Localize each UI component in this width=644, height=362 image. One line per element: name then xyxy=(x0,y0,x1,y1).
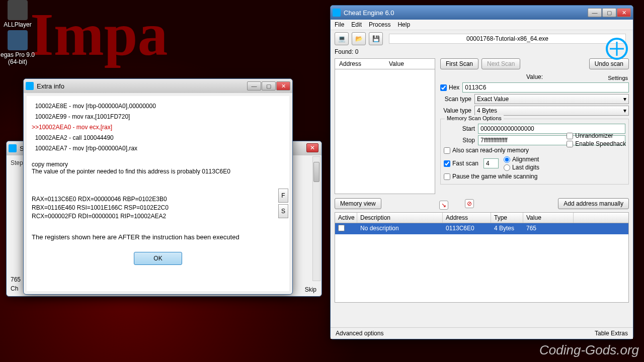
scrollbar-thumb[interactable] xyxy=(313,162,319,182)
next-scan-button[interactable]: Next Scan xyxy=(481,58,520,69)
lastdigits-radio[interactable] xyxy=(504,164,510,171)
extra-info-window: Extra info — ▢ ✕ 10002AE8E - mov [rbp-00… xyxy=(23,78,293,295)
app-icon xyxy=(8,0,28,20)
col-address[interactable]: Address xyxy=(443,213,491,223)
desktop-icon-allplayer[interactable]: ALLPlayer xyxy=(0,0,35,28)
skip-button[interactable]: Skip xyxy=(305,286,316,293)
pause-label: Pause the game while scanning xyxy=(452,173,537,180)
speedhack-label: Enable Speedhack xyxy=(575,140,626,147)
close-button[interactable]: ✕ xyxy=(276,81,290,90)
app-icon xyxy=(26,82,34,90)
memory-view-button[interactable]: Memory view xyxy=(335,198,381,209)
process-name: 00001768-Tutorial-x86_64.exe xyxy=(389,34,626,44)
tutorial-value: 765 xyxy=(11,276,21,283)
register-note: The registers shown here are AFTER the i… xyxy=(32,233,284,241)
cell-address[interactable]: 0113C6E0 xyxy=(443,223,491,234)
scrollbar[interactable] xyxy=(312,156,320,281)
readonly-label: Also scan read-only memory xyxy=(452,147,529,154)
close-button[interactable]: ✕ xyxy=(617,8,631,17)
open-process-button[interactable]: 💻 xyxy=(335,32,349,45)
col-address[interactable]: Address xyxy=(335,59,385,69)
ok-button[interactable]: OK xyxy=(134,252,182,265)
value-input[interactable] xyxy=(462,82,629,93)
hex-label: Hex xyxy=(449,84,459,91)
open-file-button[interactable]: 📂 xyxy=(352,32,366,45)
registers: RAX=0113C6E0 RDX=00000046 RBP=0102E3B0RB… xyxy=(32,195,284,220)
cell-description[interactable]: No description xyxy=(357,223,443,234)
icon-label: ALLPlayer xyxy=(0,21,35,28)
alignment-label: Alignment xyxy=(512,156,539,163)
close-button[interactable]: ✕ xyxy=(306,143,318,152)
menu-file[interactable]: File xyxy=(335,21,344,28)
delete-icon[interactable]: ⊘ xyxy=(465,199,474,208)
alignment-input[interactable] xyxy=(484,158,499,168)
col-value[interactable]: Value xyxy=(385,59,435,69)
unrandomizer-label: Unrandomizer xyxy=(575,132,613,139)
window-title: Extra info xyxy=(37,82,247,90)
value-type-select[interactable]: 4 Bytes xyxy=(474,106,629,116)
copy-memory-label: copy memory xyxy=(32,161,284,168)
minimize-button[interactable]: — xyxy=(588,8,602,17)
value-type-label: Value type xyxy=(440,107,471,114)
app-icon xyxy=(333,9,341,17)
app-icon xyxy=(8,30,28,50)
icon-label: egas Pro 9.0 (64-bit) xyxy=(0,51,35,65)
desktop-icon-vegas[interactable]: egas Pro 9.0 (64-bit) xyxy=(0,30,35,65)
table-row[interactable]: No description 0113C6E0 4 Bytes 765 xyxy=(335,223,628,234)
cheat-engine-window: Cheat Engine 6.0 — ▢ ✕ File Edit Process… xyxy=(330,5,633,339)
memory-options-legend: Memory Scan Options xyxy=(445,115,504,121)
advanced-options[interactable]: Advanced options xyxy=(336,330,383,337)
wallpaper-text: Impa xyxy=(30,0,168,69)
hex-checkbox[interactable] xyxy=(440,84,447,91)
results-list[interactable]: Address Value xyxy=(335,58,435,194)
col-value[interactable]: Value xyxy=(523,213,574,223)
tutorial-button[interactable]: Ch xyxy=(11,285,18,292)
active-checkbox[interactable] xyxy=(338,225,345,231)
scan-type-select[interactable]: Exact Value xyxy=(474,94,629,104)
menu-help[interactable]: Help xyxy=(397,21,410,28)
start-label: Start xyxy=(444,125,475,132)
readonly-checkbox[interactable] xyxy=(444,147,450,154)
save-button[interactable]: 💾 xyxy=(369,32,383,45)
maximize-button[interactable]: ▢ xyxy=(602,8,616,17)
disassembly: 10002AE8E - mov [rbp-000000A0],00000000 … xyxy=(32,101,284,154)
fastscan-checkbox[interactable] xyxy=(444,160,450,167)
maximize-button[interactable]: ▢ xyxy=(262,81,276,90)
unrandomizer-checkbox[interactable] xyxy=(567,133,573,139)
table-extras[interactable]: Table Extras xyxy=(595,330,628,337)
window-title: Cheat Engine 6.0 xyxy=(344,9,588,17)
app-icon xyxy=(9,144,17,152)
alignment-radio[interactable] xyxy=(504,156,510,163)
clear-icon[interactable]: ↘ xyxy=(439,201,448,210)
speedhack-checkbox[interactable] xyxy=(567,141,573,147)
menubar: File Edit Process Help xyxy=(331,20,633,30)
lastdigits-label: Last digits xyxy=(512,164,539,171)
pause-checkbox[interactable] xyxy=(444,173,450,180)
f-button[interactable]: F xyxy=(278,189,288,203)
found-count: Found: 0 xyxy=(331,47,633,56)
scan-type-label: Scan type xyxy=(440,96,471,103)
value-label: Value: xyxy=(440,73,629,80)
cell-type[interactable]: 4 Bytes xyxy=(491,223,523,234)
add-address-button[interactable]: Add address manually xyxy=(558,198,629,209)
col-active[interactable]: Active xyxy=(335,213,357,223)
col-type[interactable]: Type xyxy=(491,213,523,223)
menu-edit[interactable]: Edit xyxy=(351,21,362,28)
col-description[interactable]: Description xyxy=(357,213,443,223)
address-table[interactable]: Active Description Address Type Value No… xyxy=(335,212,629,303)
ce-logo-icon[interactable] xyxy=(605,37,629,61)
stop-label: Stop xyxy=(444,137,475,144)
first-scan-button[interactable]: First Scan xyxy=(440,58,478,69)
settings-link[interactable]: Settings xyxy=(608,75,628,81)
menu-process[interactable]: Process xyxy=(369,21,390,28)
pointer-hint: The value of the pointer needed to find … xyxy=(32,168,284,175)
fastscan-label: Fast scan xyxy=(452,160,478,167)
minimize-button[interactable]: — xyxy=(247,81,261,90)
watermark: Coding-Gods.org xyxy=(539,342,639,358)
s-button[interactable]: S xyxy=(278,204,288,218)
cell-value[interactable]: 765 xyxy=(523,223,574,234)
